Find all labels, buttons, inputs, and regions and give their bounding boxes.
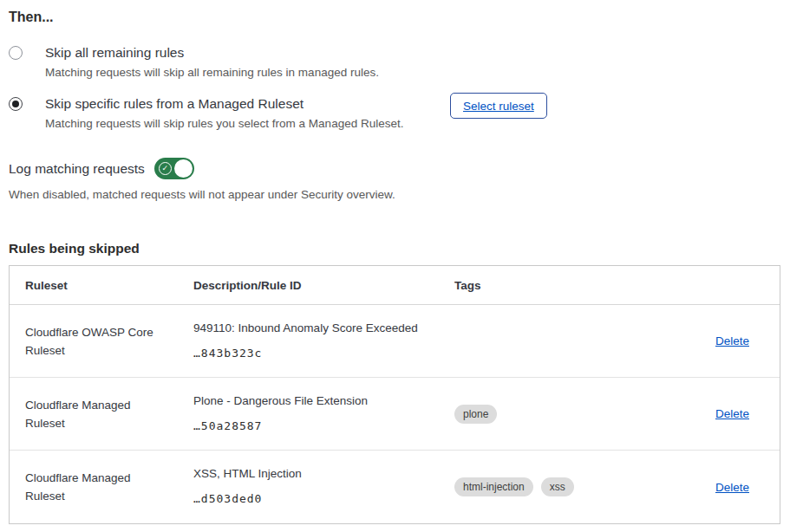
- rule-id: …d503ded0: [193, 490, 434, 508]
- radio-skip-specific[interactable]: [9, 97, 23, 111]
- option-skip-all-remaining: Skip all remaining rules Matching reques…: [9, 44, 780, 81]
- option-skip-all-description: Matching requests will skip all remainin…: [45, 65, 379, 81]
- option-skip-specific-description: Matching requests will skip rules you se…: [45, 116, 403, 132]
- table-row: Cloudflare Managed Ruleset XSS, HTML Inj…: [10, 451, 780, 523]
- cell-actions: Delete: [671, 332, 780, 350]
- then-heading: Then...: [9, 9, 780, 26]
- option-skip-specific: Skip specific rules from a Managed Rules…: [9, 95, 780, 132]
- log-matching-row: Log matching requests ✓: [9, 158, 780, 179]
- rules-skipped-heading: Rules being skipped: [9, 240, 780, 257]
- cell-description: Plone - Dangerous File Extension …50a285…: [193, 393, 454, 435]
- table-row: Cloudflare Managed Ruleset Plone - Dange…: [10, 378, 780, 451]
- rules-skipped-table: Ruleset Description/Rule ID Tags Cloudfl…: [9, 265, 780, 524]
- tag-badge: xss: [541, 477, 574, 496]
- rule-id: …843b323c: [193, 344, 434, 362]
- option-skip-all-label[interactable]: Skip all remaining rules: [45, 44, 379, 62]
- log-matching-toggle[interactable]: ✓: [154, 158, 194, 179]
- col-header-ruleset: Ruleset: [25, 276, 193, 295]
- rule-description: XSS, HTML Injection: [193, 466, 434, 482]
- rule-description: 949110: Inbound Anomaly Score Exceeded: [193, 321, 434, 336]
- toggle-knob: [174, 159, 193, 178]
- rule-description: Plone - Dangerous File Extension: [193, 393, 434, 409]
- delete-link[interactable]: Delete: [715, 407, 749, 420]
- option-skip-specific-label[interactable]: Skip specific rules from a Managed Rules…: [45, 95, 403, 113]
- cell-actions: Delete: [671, 478, 780, 496]
- col-header-description: Description/Rule ID: [193, 276, 454, 295]
- rule-id: …50a28587: [193, 417, 434, 435]
- delete-link[interactable]: Delete: [715, 481, 749, 494]
- delete-link[interactable]: Delete: [715, 334, 749, 347]
- select-ruleset-button[interactable]: Select ruleset: [450, 93, 547, 119]
- toggle-check-icon: ✓: [159, 162, 172, 175]
- tag-badge: html-injection: [454, 477, 533, 496]
- cell-description: XSS, HTML Injection …d503ded0: [193, 466, 454, 508]
- cell-tags: plone: [454, 405, 671, 424]
- cell-ruleset: Cloudflare OWASP Core Ruleset: [25, 323, 193, 360]
- cell-ruleset: Cloudflare Managed Ruleset: [25, 396, 193, 432]
- log-matching-label: Log matching requests: [9, 160, 145, 178]
- cell-ruleset: Cloudflare Managed Ruleset: [25, 469, 193, 505]
- radio-skip-all-remaining[interactable]: [9, 46, 23, 60]
- cell-actions: Delete: [671, 405, 780, 423]
- table-header-row: Ruleset Description/Rule ID Tags: [10, 266, 780, 305]
- table-row: Cloudflare OWASP Core Ruleset 949110: In…: [10, 305, 780, 378]
- col-header-tags: Tags: [454, 276, 671, 295]
- tag-badge: plone: [454, 405, 497, 424]
- cell-tags: html-injection xss: [454, 477, 671, 496]
- log-matching-help: When disabled, matched requests will not…: [9, 187, 780, 203]
- cell-description: 949110: Inbound Anomaly Score Exceeded ……: [193, 321, 454, 362]
- skip-rule-config-page: Then... Skip all remaining rules Matchin…: [0, 0, 790, 532]
